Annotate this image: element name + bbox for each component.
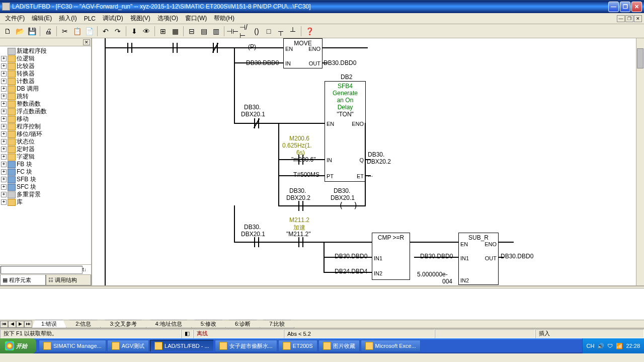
- tray-icon[interactable]: 📶: [616, 343, 623, 349]
- expander-icon[interactable]: +: [1, 109, 7, 114]
- expander-icon[interactable]: +: [1, 192, 7, 197]
- tree-item[interactable]: +定时器: [1, 146, 90, 153]
- vertical-scrollbar[interactable]: [636, 38, 644, 285]
- filter-dropdown-icon[interactable]: t↓: [83, 267, 91, 272]
- download-icon[interactable]: ⬇: [129, 26, 140, 37]
- tab-last-icon[interactable]: ⏭: [24, 321, 32, 328]
- lad-icon[interactable]: ⊟: [186, 26, 197, 37]
- sfb4-box[interactable]: SFB4 Generate an On Delay "TON" EN ENO I…: [325, 81, 366, 182]
- expander-icon[interactable]: +: [1, 79, 7, 84]
- tree-item[interactable]: +移动: [1, 115, 90, 123]
- contact-no[interactable]: [293, 237, 308, 247]
- help-icon[interactable]: ❓: [304, 26, 315, 37]
- contact-no-icon[interactable]: ⊣⊢: [227, 26, 238, 37]
- program-elements-tree[interactable]: 新建程序段 +位逻辑+比较器+转换器+计数器+DB 调用+跳转+整数函数+浮点数…: [0, 46, 91, 264]
- menu-view[interactable]: 视图(V): [127, 13, 153, 24]
- output-tab[interactable]: 3:交叉参考: [100, 320, 146, 328]
- expander-icon[interactable]: +: [1, 199, 7, 205]
- sfb4-instance[interactable]: DB2: [341, 74, 352, 81]
- stl-icon[interactable]: ▤: [198, 26, 209, 37]
- branch-open-icon[interactable]: ┬: [275, 26, 286, 37]
- menu-file[interactable]: 文件(F): [2, 13, 28, 24]
- tray-icon[interactable]: 🛡: [607, 343, 613, 349]
- contact-nc[interactable]: [208, 43, 223, 53]
- r2c2a[interactable]: DB30.: [334, 187, 350, 194]
- taskbar-task[interactable]: 图片收藏: [318, 340, 360, 352]
- expander-icon[interactable]: +: [1, 177, 7, 182]
- expander-icon[interactable]: +: [1, 184, 7, 190]
- cut-icon[interactable]: ✂: [59, 26, 70, 37]
- network-icon[interactable]: ⊞: [157, 26, 169, 37]
- expander-icon[interactable]: +: [1, 116, 7, 122]
- menu-help[interactable]: 帮助(H): [211, 13, 237, 24]
- contact-nc[interactable]: [249, 118, 264, 128]
- tree-item[interactable]: +多重背景: [1, 191, 90, 198]
- output-tab[interactable]: 6:诊断: [225, 320, 260, 328]
- tree-item[interactable]: +DB 调用: [1, 85, 90, 93]
- cmp-in1-val[interactable]: DB30.DBD0: [335, 253, 367, 260]
- expander-icon[interactable]: +: [1, 124, 7, 129]
- sub-out-val[interactable]: DB30.DBD0: [501, 253, 533, 260]
- undo-icon[interactable]: ↶: [100, 26, 111, 37]
- tree-item[interactable]: +程序控制: [1, 123, 90, 130]
- tree-item[interactable]: +转换器: [1, 70, 90, 78]
- tab-first-icon[interactable]: ⏮: [0, 321, 8, 328]
- menu-debug[interactable]: 调试(D): [100, 13, 126, 24]
- sub-box[interactable]: SUB_R EN ENO IN1 OUT IN2: [458, 233, 499, 285]
- fbd-icon[interactable]: ▥: [210, 26, 221, 37]
- q-b[interactable]: DBX20.2: [367, 158, 391, 165]
- m200-d[interactable]: "m200.6": [291, 156, 316, 163]
- taskbar-clock[interactable]: 22:28: [626, 343, 640, 349]
- branch-close-icon[interactable]: ┴: [287, 26, 298, 37]
- move-in-val[interactable]: DB30.DBD0: [246, 59, 279, 66]
- expander-icon[interactable]: +: [1, 139, 7, 144]
- save-icon[interactable]: 💾: [26, 26, 37, 37]
- tree-item[interactable]: +FB 块: [1, 161, 90, 168]
- m200-b[interactable]: 0.625Hz(1.: [282, 142, 312, 149]
- sub-in2b[interactable]: 004: [442, 278, 452, 285]
- expander-icon[interactable]: +: [1, 154, 7, 160]
- expander-icon[interactable]: +: [1, 131, 7, 137]
- et-val[interactable]: ...: [368, 171, 373, 178]
- maximize-button[interactable]: ❐: [620, 2, 630, 12]
- mdi-minimize[interactable]: —: [617, 15, 625, 22]
- monitor-icon[interactable]: 👁: [141, 26, 152, 37]
- pt-val[interactable]: T#500MS: [293, 171, 319, 178]
- tree-item[interactable]: +跳转: [1, 93, 90, 100]
- tab-call-structure[interactable]: ☷ 调用结构: [46, 275, 92, 285]
- paste-icon[interactable]: 📄: [84, 26, 95, 37]
- box-icon[interactable]: □: [263, 26, 274, 37]
- redo-icon[interactable]: ↷: [112, 26, 123, 37]
- tray-icon[interactable]: 🔊: [597, 343, 604, 349]
- filter-input[interactable]: [1, 266, 83, 274]
- output-tab[interactable]: 2:信息: [66, 320, 101, 328]
- taskbar-task[interactable]: LAD/STL/FBD - ...: [150, 340, 214, 352]
- taskbar-task[interactable]: AGV测试: [107, 340, 149, 352]
- tree-item[interactable]: +字逻辑: [1, 153, 90, 161]
- tree-item[interactable]: +整数函数: [1, 100, 90, 108]
- move-out-val[interactable]: DB30.DBD0: [324, 59, 356, 66]
- sub-in1-val[interactable]: DB30.DBD0: [420, 253, 453, 260]
- output-tab[interactable]: 5:修改: [191, 320, 226, 328]
- contact-no[interactable]: [293, 201, 308, 211]
- system-tray[interactable]: CH 🔊 🛡 📶 22:28: [582, 338, 644, 353]
- contact-no[interactable]: [122, 43, 137, 53]
- expander-icon[interactable]: +: [1, 63, 7, 69]
- expander-icon[interactable]: +: [1, 147, 7, 152]
- expander-icon[interactable]: +: [1, 169, 7, 175]
- taskbar-task[interactable]: Microsoft Exce...: [361, 340, 421, 352]
- contact-nc-icon[interactable]: ⊣/⊢: [239, 26, 250, 37]
- m211c[interactable]: "M211.2": [286, 231, 311, 238]
- menu-edit[interactable]: 编辑(E): [29, 13, 55, 24]
- mdi-restore[interactable]: ❐: [625, 15, 633, 22]
- tree-item[interactable]: +SFB 块: [1, 176, 90, 183]
- m211a[interactable]: M211.2: [289, 216, 309, 224]
- r3c1b[interactable]: DBX20.1: [241, 231, 265, 238]
- copy-icon[interactable]: 📋: [71, 26, 83, 37]
- tree-item[interactable]: +位逻辑: [1, 55, 90, 62]
- lad-editor[interactable]: (P) MOVE EN ENO IN OUT DB30.DBD0 DB30.DB…: [92, 38, 644, 285]
- new-icon[interactable]: 🗋: [2, 26, 13, 37]
- open-icon[interactable]: 📂: [14, 26, 25, 37]
- coil-icon[interactable]: (): [251, 26, 262, 37]
- m200-a[interactable]: M200.6: [289, 135, 309, 142]
